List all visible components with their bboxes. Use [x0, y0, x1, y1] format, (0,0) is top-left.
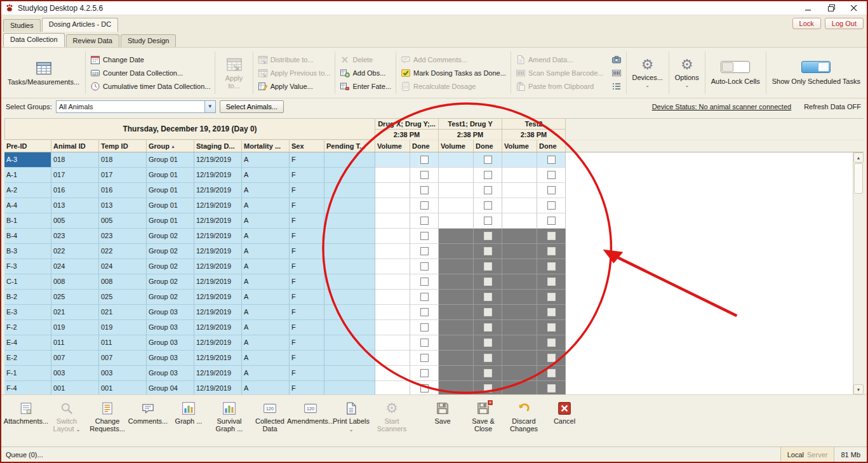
- cell-animal-id[interactable]: 003: [51, 366, 99, 381]
- table-row[interactable]: A-1017017Group 0112/19/2019AF: [4, 168, 864, 183]
- done-cell[interactable]: [474, 290, 502, 305]
- cell-group[interactable]: Group 03: [147, 320, 194, 335]
- cell-sex[interactable]: F: [290, 366, 324, 381]
- cell-sex[interactable]: F: [290, 244, 324, 259]
- auto-lock-cells-toggle[interactable]: Auto-Lock Cells: [708, 60, 763, 86]
- cell-temp-id[interactable]: 022: [99, 244, 147, 259]
- cell-pending-tasks[interactable]: [324, 274, 375, 290]
- done-cell[interactable]: [537, 290, 566, 305]
- volume-cell[interactable]: [439, 351, 474, 366]
- cell-pending-tasks[interactable]: [324, 198, 375, 213]
- cell-animal-id[interactable]: 016: [51, 183, 99, 198]
- done-checkbox[interactable]: [484, 369, 492, 377]
- change-date-button[interactable]: Change Date: [88, 53, 146, 66]
- collected-data-button[interactable]: Collected Data: [250, 399, 290, 433]
- close-button[interactable]: [843, 2, 865, 15]
- done-cell[interactable]: [537, 213, 566, 229]
- cell-pre-id[interactable]: B-3: [4, 244, 51, 259]
- cell-mortality[interactable]: A: [242, 152, 290, 168]
- cell-animal-id[interactable]: 011: [51, 335, 99, 351]
- dropdown-arrow-icon[interactable]: ▼: [204, 101, 215, 112]
- cell-group[interactable]: Group 03: [147, 351, 194, 366]
- cumulative-timer-button[interactable]: Cumulative timer Data Collection...: [88, 80, 212, 93]
- done-checkbox[interactable]: [547, 323, 556, 332]
- done-cell[interactable]: [537, 351, 566, 366]
- done-checkbox[interactable]: [420, 201, 429, 210]
- cell-animal-id[interactable]: 001: [51, 381, 99, 394]
- done-cell[interactable]: [410, 335, 439, 351]
- cell-pre-id[interactable]: A-3: [4, 152, 51, 168]
- vertical-scrollbar[interactable]: ▲ ▼: [853, 152, 864, 394]
- table-row[interactable]: B-1005005Group 0112/19/2019AF: [4, 213, 864, 229]
- volume-cell[interactable]: [502, 168, 537, 183]
- select-animals-button[interactable]: Select Animals...: [220, 100, 284, 113]
- done-checkbox[interactable]: [420, 171, 429, 179]
- graph-button[interactable]: Graph ...: [169, 399, 208, 425]
- done-checkbox[interactable]: [420, 308, 429, 316]
- cell-sex[interactable]: F: [290, 351, 324, 366]
- cell-pending-tasks[interactable]: [324, 335, 375, 351]
- col-header-volume[interactable]: Volume: [502, 140, 537, 152]
- discard-changes-button[interactable]: Discard Changes: [504, 399, 544, 433]
- done-checkbox[interactable]: [484, 217, 492, 225]
- list-view-button[interactable]: [610, 80, 624, 93]
- cell-temp-id[interactable]: 013: [99, 198, 147, 213]
- save-and-close-button[interactable]: ×Save & Close: [464, 399, 503, 433]
- volume-cell[interactable]: [502, 229, 537, 244]
- done-checkbox[interactable]: [484, 354, 492, 362]
- volume-cell[interactable]: [375, 290, 410, 305]
- done-checkbox[interactable]: [547, 171, 556, 179]
- cell-staging-date[interactable]: 12/19/2019: [194, 244, 242, 259]
- done-cell[interactable]: [537, 335, 566, 351]
- volume-cell[interactable]: [502, 183, 537, 198]
- cell-mortality[interactable]: A: [242, 290, 290, 305]
- done-cell[interactable]: [474, 168, 502, 183]
- cell-group[interactable]: Group 03: [147, 366, 194, 381]
- done-checkbox[interactable]: [420, 339, 429, 347]
- col-header-volume[interactable]: Volume: [439, 140, 474, 152]
- volume-cell[interactable]: [502, 213, 537, 229]
- cancel-button[interactable]: Cancel: [545, 399, 584, 425]
- cell-staging-date[interactable]: 12/19/2019: [194, 305, 242, 320]
- cell-pending-tasks[interactable]: [324, 381, 375, 394]
- cell-temp-id[interactable]: 011: [99, 335, 147, 351]
- barcode-tool-button[interactable]: [610, 67, 624, 79]
- done-cell[interactable]: [410, 320, 439, 335]
- done-cell[interactable]: [537, 229, 566, 244]
- volume-cell[interactable]: [502, 381, 537, 394]
- volume-cell[interactable]: [502, 320, 537, 335]
- cell-staging-date[interactable]: 12/19/2019: [194, 290, 242, 305]
- cell-animal-id[interactable]: 007: [51, 351, 99, 366]
- cell-staging-date[interactable]: 12/19/2019: [194, 168, 242, 183]
- save-button[interactable]: Save: [423, 399, 462, 425]
- cell-mortality[interactable]: A: [242, 244, 290, 259]
- cell-temp-id[interactable]: 017: [99, 168, 147, 183]
- volume-cell[interactable]: [439, 168, 474, 183]
- table-row[interactable]: A-2016016Group 0112/19/2019AF: [4, 183, 864, 198]
- done-cell[interactable]: [474, 320, 502, 335]
- table-row[interactable]: B-4023023Group 0212/19/2019AF: [4, 229, 864, 244]
- cell-temp-id[interactable]: 001: [99, 381, 147, 394]
- volume-cell[interactable]: [502, 274, 537, 290]
- done-cell[interactable]: [474, 198, 502, 213]
- volume-cell[interactable]: [502, 259, 537, 274]
- done-checkbox[interactable]: [420, 156, 429, 164]
- cell-pre-id[interactable]: E-4: [4, 335, 51, 351]
- cell-animal-id[interactable]: 013: [51, 198, 99, 213]
- volume-cell[interactable]: [439, 381, 474, 394]
- cell-pending-tasks[interactable]: [324, 244, 375, 259]
- cell-temp-id[interactable]: 018: [99, 152, 147, 168]
- done-cell[interactable]: [474, 381, 502, 394]
- table-row[interactable]: E-3021021Group 0312/19/2019AF: [4, 305, 864, 320]
- volume-cell[interactable]: [439, 320, 474, 335]
- done-cell[interactable]: [474, 259, 502, 274]
- cell-pending-tasks[interactable]: [324, 213, 375, 229]
- volume-cell[interactable]: [439, 305, 474, 320]
- done-checkbox[interactable]: [547, 262, 556, 271]
- cell-sex[interactable]: F: [290, 290, 324, 305]
- volume-cell[interactable]: [502, 244, 537, 259]
- cell-sex[interactable]: F: [290, 168, 324, 183]
- cell-animal-id[interactable]: 019: [51, 320, 99, 335]
- volume-cell[interactable]: [375, 168, 410, 183]
- cell-staging-date[interactable]: 12/19/2019: [194, 381, 242, 394]
